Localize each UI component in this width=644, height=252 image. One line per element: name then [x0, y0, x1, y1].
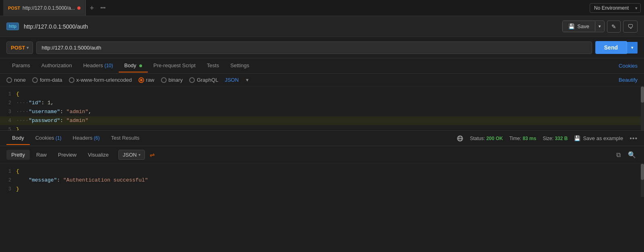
- url-input[interactable]: [36, 41, 592, 54]
- code-line-2: 2 ····"id": 1,: [0, 99, 644, 107]
- fmt-tab-raw[interactable]: Raw: [31, 150, 52, 160]
- new-tab-button[interactable]: +: [86, 0, 98, 16]
- tab-pre-request-script[interactable]: Pre-request Script: [148, 59, 201, 72]
- body-type-form-data[interactable]: form-data: [32, 77, 62, 83]
- active-tab[interactable]: POST http://127.0.0.1:5000/a...: [3, 0, 86, 16]
- editor-scrollbar[interactable]: [641, 87, 644, 130]
- beautify-button[interactable]: Beautify: [619, 77, 638, 83]
- copy-response-button[interactable]: ⧉: [615, 150, 622, 160]
- time-label: Time: 83 ms: [509, 136, 536, 141]
- resp-tab-cookies[interactable]: Cookies (1): [30, 132, 67, 145]
- tab-headers[interactable]: Headers (10): [78, 59, 119, 72]
- comment-button[interactable]: 🗨: [623, 21, 638, 33]
- request-url-display: http://127.0.0.1:5000/auth: [24, 23, 88, 30]
- response-body-display: 1 { 2 "message": "Authentication success…: [0, 164, 644, 197]
- send-dropdown-button[interactable]: ▾: [627, 42, 638, 54]
- code-line-3: 3 ····"username": "admin",: [0, 107, 644, 116]
- body-type-graphql[interactable]: GraphQL: [189, 77, 218, 83]
- body-type-bar: none form-data x-www-form-urlencoded raw…: [0, 74, 644, 87]
- wrap-lines-icon[interactable]: ⇌: [150, 151, 155, 159]
- app-container: POST http://127.0.0.1:5000/a... + ••• No…: [0, 0, 644, 252]
- globe-icon: [457, 135, 463, 142]
- save-as-example-button[interactable]: 💾 Save as example: [574, 135, 623, 141]
- body-type-none[interactable]: none: [6, 77, 26, 83]
- comment-icon: 🗨: [627, 23, 633, 30]
- status-label: Status: 200 OK: [470, 136, 503, 141]
- tab-params[interactable]: Params: [6, 59, 36, 72]
- resp-tab-body[interactable]: Body: [6, 132, 30, 145]
- response-tabs-bar: Body Cookies (1) Headers (6) Test Result…: [0, 131, 644, 146]
- fmt-tab-preview[interactable]: Preview: [53, 150, 81, 160]
- tab-settings[interactable]: Settings: [225, 59, 255, 72]
- response-format-right: ⧉ 🔍: [615, 149, 638, 160]
- header-actions: 💾 Save ▾ ✎ 🗨: [562, 21, 638, 33]
- method-chevron-icon: ▾: [27, 45, 29, 50]
- resp-tab-headers[interactable]: Headers (6): [67, 132, 105, 145]
- code-line-5: 5 }: [0, 125, 644, 131]
- tab-bar: POST http://127.0.0.1:5000/a... + ••• No…: [0, 0, 644, 16]
- body-active-dot: [139, 64, 142, 67]
- response-format-selector[interactable]: JSON ▾: [118, 150, 145, 160]
- response-meta: Status: 200 OK Time: 83 ms Size: 332 B 💾…: [457, 135, 638, 142]
- fmt-tab-visualize[interactable]: Visualize: [83, 150, 114, 160]
- save-floppy-icon: 💾: [568, 23, 575, 29]
- resp-code-line-1: 1 {: [0, 167, 644, 176]
- editor-scrollbar-thumb: [641, 87, 644, 103]
- tab-bar-right: No Environment: [590, 3, 641, 13]
- save-button-group: 💾 Save ▾: [562, 21, 605, 32]
- radio-urlencoded: [69, 77, 74, 83]
- body-type-raw[interactable]: raw: [138, 77, 155, 83]
- size-label: Size: 332 B: [543, 136, 568, 141]
- tab-url: http://127.0.0.1:5000/a...: [23, 5, 75, 11]
- tab-method: POST: [8, 6, 20, 10]
- request-body-editor[interactable]: 1 { 2 ····"id": 1, 3 ····"username": "ad…: [0, 87, 644, 131]
- more-tabs-button[interactable]: •••: [98, 5, 108, 11]
- response-section: Body Cookies (1) Headers (6) Test Result…: [0, 131, 644, 252]
- radio-raw: [138, 77, 144, 83]
- code-line-4: 4 ····"password": "admin": [0, 116, 644, 125]
- response-scrollbar[interactable]: [641, 164, 644, 197]
- environment-selector[interactable]: No Environment: [590, 3, 641, 13]
- radio-form-data: [32, 77, 38, 83]
- tab-authorization[interactable]: Authorization: [36, 59, 78, 72]
- response-format-bar: Pretty Raw Preview Visualize JSON ▾ ⇌ ⧉ …: [0, 146, 644, 164]
- body-type-urlencoded[interactable]: x-www-form-urlencoded: [69, 77, 132, 83]
- resp-code-line-2: 2 "message": "Authentication successful": [0, 176, 644, 185]
- method-label: POST: [11, 45, 25, 51]
- fmt-tab-pretty[interactable]: Pretty: [6, 150, 30, 160]
- radio-graphql: [189, 77, 195, 83]
- request-header-bar: http http://127.0.0.1:5000/auth 💾 Save ▾…: [0, 16, 644, 37]
- save-main-button[interactable]: 💾 Save: [563, 21, 595, 32]
- response-scrollbar-thumb: [641, 164, 644, 180]
- tab-tests[interactable]: Tests: [201, 59, 225, 72]
- http-icon: http: [6, 23, 19, 30]
- edit-icon: ✎: [611, 23, 616, 30]
- edit-button[interactable]: ✎: [607, 21, 621, 33]
- body-type-binary[interactable]: binary: [161, 77, 183, 83]
- save-dropdown-button[interactable]: ▾: [595, 21, 604, 31]
- environment-select[interactable]: No Environment: [590, 3, 641, 13]
- radio-none: [6, 77, 12, 83]
- request-tabs: Params Authorization Headers (10) Body P…: [0, 58, 644, 74]
- save-label: Save: [577, 23, 589, 29]
- response-more-options[interactable]: •••: [630, 135, 638, 142]
- json-format-selector[interactable]: JSON: [225, 77, 239, 83]
- resp-code-line-3: 3 }: [0, 185, 644, 194]
- search-response-button[interactable]: 🔍: [626, 149, 638, 160]
- resp-tab-test-results[interactable]: Test Results: [105, 132, 145, 145]
- unsaved-dot: [77, 6, 80, 10]
- cookies-link[interactable]: Cookies: [619, 63, 638, 69]
- tab-body[interactable]: Body: [119, 59, 148, 72]
- json-format-chevron[interactable]: ▾: [246, 77, 249, 83]
- save-icon: 💾: [574, 135, 580, 141]
- radio-binary: [161, 77, 167, 83]
- send-button-group: Send ▾: [595, 41, 638, 54]
- send-main-button[interactable]: Send: [595, 41, 627, 54]
- url-bar: POST ▾ Send ▾: [0, 37, 644, 58]
- method-selector[interactable]: POST ▾: [6, 41, 33, 54]
- code-line-1: 1 {: [0, 90, 644, 99]
